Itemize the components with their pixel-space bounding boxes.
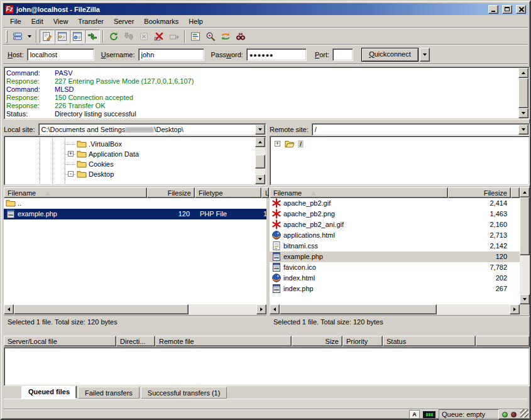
menu-item-server[interactable]: Server xyxy=(109,16,139,27)
scroll-down-button[interactable] xyxy=(255,174,265,184)
title-bar[interactable]: Fz john@localhost - FileZilla xyxy=(3,3,528,15)
column-header-l[interactable]: L xyxy=(261,187,269,198)
file-row-x[interactable]: .. xyxy=(4,198,266,209)
username-input[interactable]: john xyxy=(138,48,204,61)
password-input[interactable]: ●●●●●● xyxy=(246,48,307,61)
file-row-applications-html[interactable]: applications.html2,713 xyxy=(270,230,520,241)
remote-site-combobox[interactable]: / xyxy=(312,123,530,136)
toggle-local-tree-button[interactable] xyxy=(55,30,70,43)
menu-item-edit[interactable]: Edit xyxy=(26,16,48,27)
scrollbar-thumb[interactable] xyxy=(255,155,265,169)
column-header-filesize[interactable]: Filesize xyxy=(448,187,511,198)
scroll-left-button[interactable] xyxy=(270,304,280,314)
column-header-filename[interactable]: Filename xyxy=(4,187,147,198)
file-row-bitnami-css[interactable]: bitnami.css2,142 xyxy=(270,241,520,251)
local-site-combobox[interactable]: C:\Documents and Settings\Desktop\ xyxy=(38,123,266,136)
tree-item-root[interactable]: +/ xyxy=(271,139,517,149)
minimize-button[interactable] xyxy=(488,5,498,14)
menu-item-transfer[interactable]: Transfer xyxy=(73,16,109,27)
file-row-index-html[interactable]: index.html202 xyxy=(270,273,520,284)
column-header-filetype[interactable]: Filetype xyxy=(195,187,261,198)
tree-expander-plus[interactable]: + xyxy=(275,141,280,146)
scrollbar-thumb[interactable] xyxy=(14,304,189,314)
folder-icon xyxy=(6,198,16,208)
menu-bar: FileEditViewTransferServerBookmarksHelp xyxy=(3,15,528,28)
column-header-directi[interactable]: Directi... xyxy=(116,336,155,346)
toolbar-grip[interactable] xyxy=(6,30,8,43)
site-manager-dropdown-button[interactable] xyxy=(25,30,33,43)
tree-item-desktop[interactable]: -Desktop xyxy=(6,169,243,179)
local-tree-scrollbar[interactable] xyxy=(255,137,265,184)
scrollbar-thumb[interactable] xyxy=(520,197,530,255)
resize-grip[interactable] xyxy=(520,409,528,417)
site-manager-button[interactable] xyxy=(10,30,25,43)
scroll-left-button[interactable] xyxy=(4,304,14,314)
filter-button[interactable] xyxy=(188,30,203,43)
tree-item-cookies[interactable]: Cookies xyxy=(6,159,243,169)
scroll-down-button[interactable] xyxy=(520,294,530,304)
file-row-index-php[interactable]: index.php267 xyxy=(270,284,520,294)
log-scrollbar[interactable] xyxy=(518,68,528,118)
file-row-example-php[interactable]: example.php120 xyxy=(270,251,520,262)
column-header-remote-file[interactable]: Remote file xyxy=(155,336,292,346)
tree-expander-minus[interactable]: - xyxy=(68,171,74,177)
scroll-right-button[interactable] xyxy=(256,304,266,314)
column-header-server-local-file[interactable]: Server/Local file xyxy=(4,336,116,346)
compare-button[interactable] xyxy=(203,30,218,43)
close-button[interactable] xyxy=(516,5,526,14)
process-queue-button[interactable] xyxy=(121,30,136,43)
toggle-queue-button[interactable] xyxy=(85,30,100,43)
file-name: bitnami.css xyxy=(283,242,318,250)
scroll-up-button[interactable] xyxy=(255,137,265,147)
tree-item-virtualbox[interactable]: .VirtualBox xyxy=(6,139,243,149)
tab-queued-files[interactable]: Queued files xyxy=(21,385,77,399)
column-header-filesize[interactable]: Filesize xyxy=(147,187,195,198)
menu-item-view[interactable]: View xyxy=(48,16,74,27)
file-row-apache-pb2-ani-gif[interactable]: apache_pb2_ani.gif2,160 xyxy=(270,219,520,230)
file-row-apache-pb2-png[interactable]: apache_pb2.png1,463 xyxy=(270,209,520,219)
sync-browse-button[interactable] xyxy=(218,30,233,43)
local-site-dropdown-button[interactable] xyxy=(255,124,265,135)
column-header-filler[interactable] xyxy=(511,187,520,198)
menu-item-help[interactable]: Help xyxy=(183,16,208,27)
refresh-button[interactable] xyxy=(106,30,121,43)
scroll-up-button[interactable] xyxy=(518,68,528,78)
column-header-priority[interactable]: Priority xyxy=(342,336,383,346)
maximize-button[interactable] xyxy=(502,5,512,14)
tree-item-label: Cookies xyxy=(89,160,114,168)
quickconnect-dropdown-button[interactable] xyxy=(420,48,430,62)
column-header-filename[interactable]: Filename xyxy=(270,187,448,198)
find-button[interactable] xyxy=(233,30,248,43)
toggle-message-log-button[interactable] xyxy=(40,30,55,43)
scrollbar-thumb[interactable] xyxy=(280,304,437,314)
tab-successful-transfers-1[interactable]: Successful transfers (1) xyxy=(141,387,227,399)
tab-failed-transfers[interactable]: Failed transfers xyxy=(78,387,140,399)
port-input[interactable] xyxy=(332,48,353,61)
tree-item-application-data[interactable]: +Application Data xyxy=(6,149,243,159)
remote-list-scrollbar[interactable] xyxy=(520,187,530,304)
cancel-button[interactable] xyxy=(136,30,151,43)
column-header-size[interactable]: Size xyxy=(292,336,342,346)
toggle-remote-tree-button[interactable] xyxy=(70,30,85,43)
scroll-right-button[interactable] xyxy=(510,304,520,314)
column-header-filler[interactable] xyxy=(476,336,530,346)
scroll-down-button[interactable] xyxy=(518,108,528,118)
remote-list-hscrollbar[interactable] xyxy=(270,304,520,314)
scrollbar-thumb[interactable] xyxy=(518,78,528,108)
tree-expander-plus[interactable]: + xyxy=(68,151,74,157)
file-row-favicon-ico[interactable]: favicon.ico7,782 xyxy=(270,262,520,273)
host-input[interactable]: localhost xyxy=(27,48,94,61)
column-header-status[interactable]: Status xyxy=(383,336,476,346)
menu-item-file[interactable]: File xyxy=(5,16,26,27)
menu-item-bookmarks[interactable]: Bookmarks xyxy=(139,16,183,27)
reconnect-button[interactable] xyxy=(167,30,182,43)
remote-site-dropdown-button[interactable] xyxy=(518,124,528,135)
apache-image-icon xyxy=(271,209,282,219)
username-label: Username: xyxy=(101,51,135,58)
scroll-up-button[interactable] xyxy=(520,187,530,197)
local-list-hscrollbar[interactable] xyxy=(4,304,266,314)
disconnect-button[interactable] xyxy=(151,30,167,43)
file-row-apache-pb2-gif[interactable]: apache_pb2.gif2,414 xyxy=(270,198,520,209)
file-row-example-php[interactable]: example.php120PHP File1 xyxy=(4,209,266,219)
quickconnect-button[interactable]: Quickconnect xyxy=(361,48,419,62)
